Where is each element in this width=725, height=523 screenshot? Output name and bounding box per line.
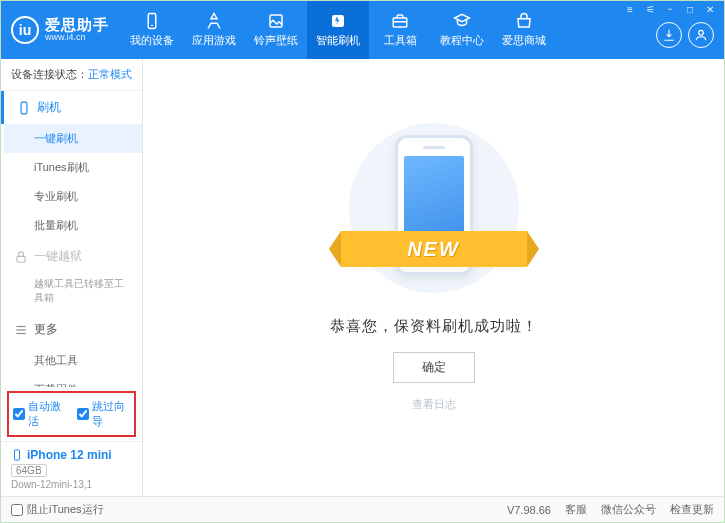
window-controls: ≡ ⚟ － □ ✕: [622, 3, 718, 15]
logo-subtitle: www.i4.cn: [45, 33, 109, 43]
toolbox-icon: [391, 12, 409, 30]
device-block[interactable]: iPhone 12 mini 64GB Down-12mini-13,1: [1, 441, 142, 496]
footer: 阻止iTunes运行 V7.98.66 客服 微信公众号 检查更新: [1, 496, 724, 522]
skip-guide-checkbox[interactable]: 跳过向导: [77, 399, 131, 429]
block-itunes-checkbox[interactable]: 阻止iTunes运行: [11, 502, 104, 517]
list-icon: [14, 323, 28, 337]
minimize-button[interactable]: －: [662, 3, 678, 15]
logo: iu 爱思助手 www.i4.cn: [11, 16, 117, 44]
maximize-button[interactable]: □: [682, 3, 698, 15]
sidebar-head-jailbreak[interactable]: 一键越狱: [4, 240, 142, 273]
logo-icon: iu: [11, 16, 39, 44]
header-right: [656, 12, 714, 48]
tab-label: 应用游戏: [192, 33, 236, 48]
checkbox-label: 自动激活: [28, 399, 67, 429]
tab-smart-flash[interactable]: 智能刷机: [307, 1, 369, 59]
checkbox-highlight: 自动激活 跳过向导: [7, 391, 136, 437]
tab-label: 教程中心: [440, 33, 484, 48]
user-icon: [694, 28, 708, 42]
version-label: V7.98.66: [507, 504, 551, 516]
flash-icon: [329, 12, 347, 30]
phone-icon: [17, 101, 31, 115]
tab-label: 铃声壁纸: [254, 33, 298, 48]
tab-apps-games[interactable]: 应用游戏: [183, 1, 245, 59]
tab-label: 爱思商城: [502, 33, 546, 48]
sidebar-head-label: 刷机: [37, 99, 61, 116]
customer-service-link[interactable]: 客服: [565, 502, 587, 517]
account-button[interactable]: [688, 22, 714, 48]
svg-rect-6: [21, 102, 27, 114]
sidebar-item-batch-flash[interactable]: 批量刷机: [4, 211, 142, 240]
sidebar-head-more[interactable]: 更多: [4, 313, 142, 346]
header: ≡ ⚟ － □ ✕ iu 爱思助手 www.i4.cn 我的设备 应用游戏: [1, 1, 724, 59]
phone-icon: [11, 448, 23, 462]
auto-activate-checkbox[interactable]: 自动激活: [13, 399, 67, 429]
success-message: 恭喜您，保资料刷机成功啦！: [330, 317, 538, 336]
body: 设备连接状态：正常模式 刷机 一键刷机 iTunes刷机 专业刷机 批量刷机: [1, 59, 724, 496]
success-illustration: NEW: [349, 123, 519, 293]
checkbox-label: 阻止iTunes运行: [27, 502, 104, 517]
lock-icon: [14, 250, 28, 264]
sidebar-item-other-tools[interactable]: 其他工具: [4, 346, 142, 375]
tab-label: 我的设备: [130, 33, 174, 48]
tab-my-device[interactable]: 我的设备: [121, 1, 183, 59]
download-icon: [662, 28, 676, 42]
sidebar-scroll: 刷机 一键刷机 iTunes刷机 专业刷机 批量刷机 一键越狱 越狱工具已转移至…: [1, 91, 142, 387]
wallpaper-icon: [267, 12, 285, 30]
tab-label: 工具箱: [384, 33, 417, 48]
tab-label: 智能刷机: [316, 33, 360, 48]
pin-button[interactable]: ⚟: [642, 3, 658, 15]
tab-toolbox[interactable]: 工具箱: [369, 1, 431, 59]
sidebar-item-itunes-flash[interactable]: iTunes刷机: [4, 153, 142, 182]
sidebar-head-label: 更多: [34, 321, 58, 338]
tab-tutorials[interactable]: 教程中心: [431, 1, 493, 59]
store-icon: [515, 12, 533, 30]
device-storage: 64GB: [11, 464, 47, 477]
checkbox-label: 跳过向导: [92, 399, 131, 429]
sidebar-head-flash[interactable]: 刷机: [1, 91, 142, 124]
sidebar-item-oneclick-flash[interactable]: 一键刷机: [4, 124, 142, 153]
close-button[interactable]: ✕: [702, 3, 718, 15]
new-banner: NEW: [341, 231, 527, 267]
svg-rect-11: [15, 450, 20, 460]
tab-ringtones[interactable]: 铃声壁纸: [245, 1, 307, 59]
tab-store[interactable]: 爱思商城: [493, 1, 555, 59]
view-log-link[interactable]: 查看日志: [412, 397, 456, 412]
sidebar-item-pro-flash[interactable]: 专业刷机: [4, 182, 142, 211]
app-window: ≡ ⚟ － □ ✕ iu 爱思助手 www.i4.cn 我的设备 应用游戏: [1, 1, 724, 522]
svg-point-5: [699, 30, 704, 35]
sidebar: 设备连接状态：正常模式 刷机 一键刷机 iTunes刷机 专业刷机 批量刷机: [1, 59, 143, 496]
svg-rect-7: [17, 256, 25, 262]
jailbreak-note: 越狱工具已转移至工具箱: [4, 273, 142, 313]
menu-button[interactable]: ≡: [622, 3, 638, 15]
status-label: 设备连接状态：: [11, 68, 88, 80]
sidebar-item-download-firmware[interactable]: 下载固件: [4, 375, 142, 387]
ok-button[interactable]: 确定: [393, 352, 475, 383]
phone-icon: [143, 12, 161, 30]
status-value: 正常模式: [88, 68, 132, 80]
check-update-link[interactable]: 检查更新: [670, 502, 714, 517]
connection-status: 设备连接状态：正常模式: [1, 59, 142, 91]
main-content: NEW 恭喜您，保资料刷机成功啦！ 确定 查看日志: [143, 59, 724, 496]
device-name: iPhone 12 mini: [11, 448, 132, 462]
main-tabs: 我的设备 应用游戏 铃声壁纸 智能刷机 工具箱 教程中心: [121, 1, 555, 59]
sidebar-head-label: 一键越狱: [34, 248, 82, 265]
apps-icon: [205, 12, 223, 30]
download-button[interactable]: [656, 22, 682, 48]
wechat-link[interactable]: 微信公众号: [601, 502, 656, 517]
tutorial-icon: [453, 12, 471, 30]
logo-title: 爱思助手: [45, 17, 109, 34]
device-model: Down-12mini-13,1: [11, 479, 132, 490]
